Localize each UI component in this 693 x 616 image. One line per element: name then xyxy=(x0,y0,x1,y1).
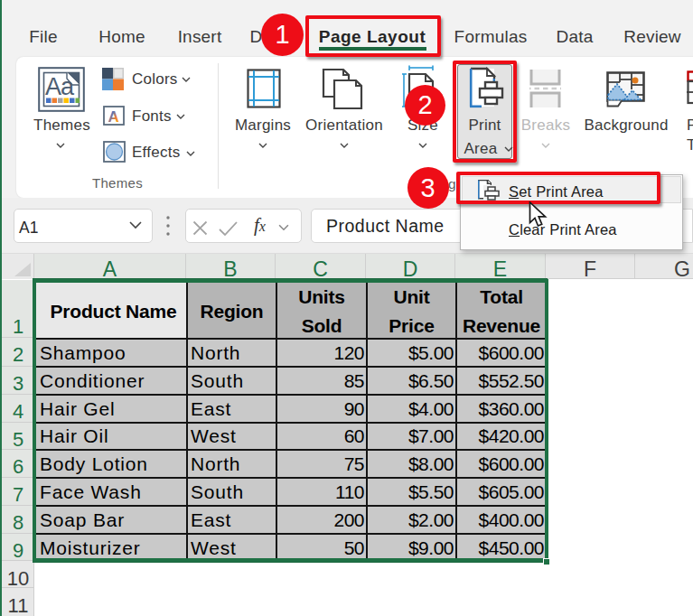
svg-text:A: A xyxy=(108,108,119,126)
svg-text:Aa: Aa xyxy=(45,73,75,100)
